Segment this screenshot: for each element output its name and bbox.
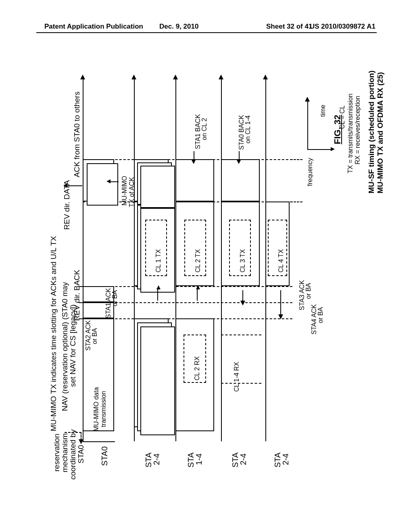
note-rev-data: REV dir. DATA xyxy=(63,180,71,230)
hdr-left: Patent Application Publication xyxy=(44,23,143,31)
mmack-line xyxy=(110,181,119,182)
lbl-time: time xyxy=(319,105,327,117)
cl14-dashb xyxy=(221,383,261,384)
cl3-arrowdown-icon xyxy=(240,301,245,305)
lbl-cl3tx: CL 3 TX xyxy=(239,249,246,272)
lane-label-sta0: STA0 xyxy=(100,446,109,466)
hdr-center: Dec. 9, 2010 xyxy=(159,23,198,31)
note-mumimo-line1: MU-MIMO TX indicates time slotting for A… xyxy=(49,236,58,431)
lbl-sta1back-b: on CL 2 xyxy=(201,118,208,140)
cl14-dasht xyxy=(221,335,261,335)
note-nav-line2: NAV (reservation optional) (STA0 may xyxy=(60,282,69,411)
lbl-cl1tx: CL 1 TX xyxy=(155,249,162,272)
axis-time-line xyxy=(307,101,308,149)
lane-label-sta24a2: 2-4 xyxy=(152,453,161,465)
caption-b: MU-MIMO TX and OFDMA RX (25) xyxy=(376,72,385,193)
note-ack-others: ACK from STA0 to others xyxy=(73,91,81,177)
figure-label: FIG. 32 xyxy=(332,115,343,144)
note-rev-back: REV dir. BACK xyxy=(73,270,81,321)
note-reservation-a: reservation xyxy=(52,434,61,472)
l4-arrowhead-icon xyxy=(263,75,268,79)
lbl-sta4ack-b: or BA xyxy=(317,307,324,323)
sta0-axis xyxy=(83,441,115,442)
note-reservation-b: mechanism xyxy=(60,433,69,472)
lbl-cl14rx: CL 1-4 RX xyxy=(233,362,240,392)
axis-time-arrow-icon xyxy=(305,97,310,102)
l2-arrowhead-icon xyxy=(173,75,178,79)
ack-others-line xyxy=(65,185,82,186)
cl2-arrowline xyxy=(197,289,198,301)
cl3-arrowline xyxy=(242,290,243,301)
lbl-sta1ack-b: or BA xyxy=(111,290,119,306)
lane-label-sta24bb: 2-4 xyxy=(239,453,248,465)
cl2-arrow-icon xyxy=(196,285,200,289)
lbl-cl2rx: CL 2 RX xyxy=(194,356,201,380)
res-dash2 xyxy=(81,432,81,440)
lbl-sta0back-b: on CL 1-4 xyxy=(244,115,252,143)
lbl-cl4tx: CL 4 TX xyxy=(277,249,285,272)
sta0back-arrowline xyxy=(239,151,240,160)
box-back-b xyxy=(175,159,214,202)
axis-freq-line xyxy=(307,149,332,150)
sta1back-arrowline xyxy=(194,151,194,160)
cl1-arrowline xyxy=(157,289,158,301)
mmack-arrow-icon xyxy=(106,179,111,183)
lane-label-sta24cb: 2-4 xyxy=(281,453,290,465)
sta1back-arrow-icon xyxy=(191,159,196,164)
dash-sched-mid xyxy=(290,159,302,160)
lane-label-sta14b: 1-4 xyxy=(194,453,204,465)
note-reservation-d: STA0 xyxy=(77,445,86,463)
cl4-arrowline xyxy=(280,290,281,315)
lbl-mumimo-data-a: MU-MIMO data xyxy=(93,387,100,431)
dash-nav-top xyxy=(83,286,292,287)
header-divider xyxy=(36,32,377,33)
l1-arrowhead-icon xyxy=(131,75,136,79)
diagram-canvas: STA0 STA 2-4 STA 1-4 STA 2-4 STA 2-4 MU-… xyxy=(40,60,373,484)
ack-others-arrow-icon xyxy=(63,183,67,187)
lbl-mumimo-data-b: transmission xyxy=(100,391,107,427)
lbl-sta2ack-b: or BA xyxy=(91,328,98,344)
sta0-arrowhead-icon xyxy=(80,75,85,79)
dash-sched-top xyxy=(290,202,302,202)
cl1-arrow-icon xyxy=(156,285,161,289)
cl4-arrowdown-icon xyxy=(278,314,283,319)
lbl-frequency: frequency xyxy=(307,158,314,186)
box-back-a3 xyxy=(140,166,175,208)
box-mumimo-ack-stack xyxy=(87,163,118,206)
hdr-sheet: Sheet 32 of 41 xyxy=(266,23,312,31)
sta0back-arrow-icon xyxy=(236,159,241,164)
l3-arrowhead-icon xyxy=(219,75,223,79)
lbl-mumimo-ack-a: MU-MIMO xyxy=(121,176,128,206)
lbl-cl2tx: CL 2 TX xyxy=(194,249,202,272)
res-dash1 xyxy=(65,432,81,433)
res-arrow-icon xyxy=(79,439,83,444)
caption-a: MU-SF timing (scheduled portion) xyxy=(367,71,376,193)
legend-tx: TX = transmits/transmission xyxy=(347,94,354,173)
legend-rx: RX = receives/reception xyxy=(354,96,361,164)
box-back-c xyxy=(221,159,260,202)
hdr-pubnum: US 2010/0309872 A1 xyxy=(310,23,375,31)
box-rx-outer3 xyxy=(140,326,175,435)
axis-freq-arrow-icon xyxy=(331,147,335,151)
note-reservation-c: coordinated by xyxy=(69,429,77,480)
lbl-sta3ack-b: or BA xyxy=(305,283,312,299)
